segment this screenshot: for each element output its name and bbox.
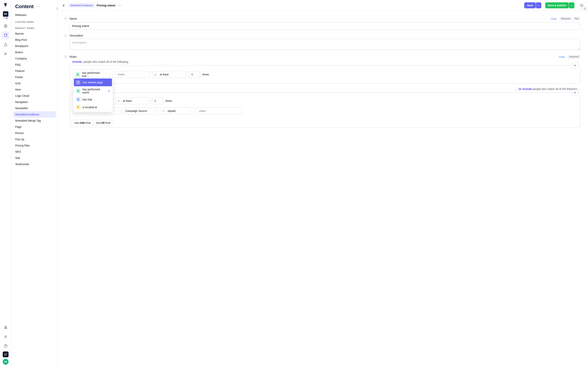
sidebar-item[interactable]: Navigation (13, 99, 56, 105)
collapse-right-panel-icon[interactable] (583, 6, 587, 11)
breadcrumb-type[interactable]: Ninetailed Audience (68, 3, 95, 8)
publish-dropdown-icon[interactable] (569, 2, 574, 8)
sidebar-item-ninetailed-audience[interactable]: Ninetailed Audience (13, 111, 56, 117)
times-label: times. (202, 73, 210, 76)
add-and-rule-button[interactable]: Add AND Rule (72, 120, 93, 126)
collapse-field-icon[interactable] (64, 55, 67, 58)
sidebar-section-custom: CUSTOM VIEWS (13, 18, 56, 24)
operator-select[interactable]: ≤ at least (115, 97, 150, 104)
sidebar-item[interactable]: Grid (13, 80, 56, 86)
sidebar-item[interactable]: Ninetailed Merge Tag (13, 117, 56, 124)
sidebar-item[interactable]: Breakpoint (13, 43, 56, 49)
sidebar-item[interactable]: Logo Cloud (13, 93, 56, 99)
sidebar-item-releases[interactable]: Releases (13, 12, 56, 18)
rules-include-text: Include people who match all of the foll… (70, 60, 580, 63)
dropdown-option-has-trait[interactable]: has trait (74, 96, 112, 103)
field-label-description: Description (70, 34, 83, 37)
sidebar-item[interactable]: Pop Up (13, 136, 56, 142)
save-button[interactable]: Save (524, 2, 536, 8)
workspace-badge[interactable]: De (3, 11, 8, 17)
nav-settings-icon[interactable] (2, 333, 9, 341)
rules-or-text: ... Or include people who match all of t… (70, 87, 580, 91)
sidebar-item[interactable]: Company (13, 55, 56, 62)
user-avatar[interactable]: AN (3, 359, 9, 365)
nav-layers-icon[interactable] (2, 22, 9, 30)
clear-name-link[interactable]: Clear (551, 17, 557, 20)
dropdown-option-performed-event[interactable]: has performed event (74, 86, 112, 96)
dropdown-option-located-at[interactable]: is located at (74, 103, 112, 111)
back-button[interactable] (61, 3, 67, 8)
sidebar-item[interactable]: Person (13, 130, 56, 136)
event-icon (76, 72, 80, 77)
nav-media-icon[interactable] (2, 41, 9, 48)
value-input[interactable] (196, 108, 242, 114)
entry-menu-icon[interactable] (117, 4, 122, 7)
page-icon (76, 80, 80, 85)
sidebar-item[interactable]: Page (13, 124, 56, 130)
svg-point-2 (6, 328, 7, 329)
nav-content-icon[interactable] (2, 31, 9, 39)
sidebar-item[interactable]: Testimonial (13, 161, 56, 167)
check-icon (107, 90, 110, 92)
svg-rect-6 (580, 4, 583, 7)
condition-dropdown: has viewed page has performed event (73, 77, 113, 112)
clear-rules-link[interactable]: Clear (559, 55, 565, 58)
sidebar-item[interactable]: Pricing Plan (13, 142, 56, 149)
sidebar-item[interactable]: Stat (13, 155, 56, 161)
nav-help-icon[interactable] (2, 342, 9, 350)
add-or-rule-button[interactable]: Add OR Rule (93, 120, 113, 126)
condition-value: has performed eve… (82, 71, 107, 77)
count-input[interactable] (152, 97, 163, 104)
nav-webhooks-icon[interactable] (2, 324, 9, 331)
collapse-field-icon[interactable] (64, 17, 67, 20)
sidebar-item[interactable]: Banner (13, 31, 56, 37)
field-label-rules: Rules (70, 55, 77, 58)
svg-point-1 (4, 328, 5, 329)
rule-card: has viewed page ≤ at least (70, 92, 580, 118)
publish-button[interactable]: Save & publish (545, 2, 569, 8)
save-dropdown-icon[interactable] (536, 2, 541, 8)
trait-icon (76, 97, 80, 102)
required-badge: Required (568, 55, 580, 59)
sidebar-menu-icon[interactable] (36, 5, 40, 8)
title-badge: Title (573, 17, 580, 21)
name-input[interactable] (70, 22, 580, 30)
description-input[interactable] (70, 39, 580, 50)
sidebar-item[interactable]: Feature (13, 68, 56, 74)
operator-select[interactable]: ≤ at least (152, 71, 187, 78)
icon-rail: De M AN (0, 0, 11, 367)
workspace-sub-badge: M (3, 17, 7, 19)
collapse-field-icon[interactable] (64, 34, 67, 37)
topbar: Ninetailed Audience Pricing intent Save … (58, 0, 588, 11)
remove-rule-icon[interactable] (572, 90, 578, 96)
sidebar-item[interactable]: FAQ (13, 62, 56, 68)
event-name-input[interactable] (115, 71, 150, 78)
sidebar-item[interactable]: Button (13, 49, 56, 55)
chevron-updown-icon (146, 100, 148, 102)
chevron-updown-icon (191, 109, 193, 112)
required-badge: Required (559, 17, 572, 21)
remove-rule-icon[interactable] (572, 62, 578, 69)
chevron-updown-icon (117, 109, 119, 112)
comparison-select[interactable]: = equals (160, 108, 194, 114)
sidebar-section-default: DEFAULT VIEWS (13, 24, 56, 31)
sidebar-item[interactable]: SEO (13, 149, 56, 155)
nav-play-icon[interactable] (2, 50, 9, 58)
breadcrumb-title: Pricing intent (97, 4, 115, 7)
sidebar: Content Releases CUSTOM VIEWS DEFAULT VI… (11, 0, 58, 367)
svg-point-11 (78, 107, 78, 107)
chevron-updown-icon (154, 109, 156, 112)
nav-chat-icon[interactable] (3, 351, 9, 357)
count-input[interactable] (189, 71, 200, 78)
rule-card: has performed eve… (70, 65, 580, 83)
sidebar-item[interactable]: Newsletter (13, 105, 56, 111)
dropdown-option-viewed-page[interactable]: has viewed page (74, 78, 112, 86)
location-icon (76, 105, 80, 109)
field-label-name: Name (70, 17, 77, 20)
event-icon (76, 89, 80, 93)
sidebar-item[interactable]: Blog Post (13, 37, 56, 43)
sidebar-item[interactable]: Hero (13, 86, 56, 93)
sidebar-item[interactable]: Footer (13, 74, 56, 80)
param-name-select[interactable]: Campaign Source (123, 108, 158, 114)
app-logo[interactable] (3, 2, 9, 8)
